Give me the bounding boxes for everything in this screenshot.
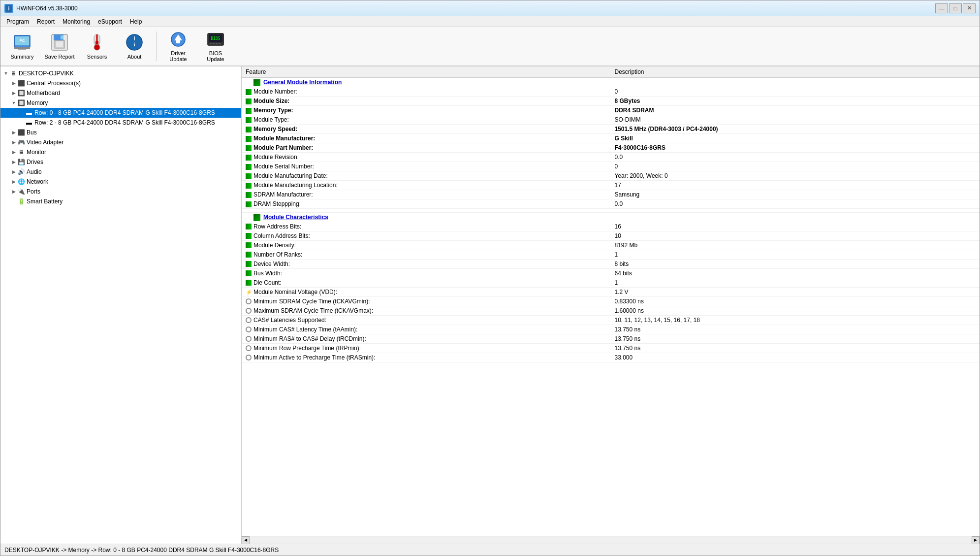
description-cell: G Skill — [611, 133, 980, 143]
description-cell: 13.750 ns — [611, 325, 980, 334]
menu-esupport[interactable]: eSupport — [94, 17, 126, 26]
menu-monitoring[interactable]: Monitoring — [59, 17, 94, 26]
save-report-button[interactable]: Save Report — [42, 30, 77, 63]
table-row[interactable]: Module Manufacturer:G Skill — [242, 133, 980, 143]
table-row[interactable]: Module Revision:0.0 — [242, 152, 980, 162]
feature-cell: Memory Type: — [242, 105, 611, 115]
table-row[interactable]: Module Number:0 — [242, 87, 980, 97]
scroll-track[interactable] — [250, 536, 972, 544]
tree-expand-root[interactable]: ▼ — [2, 70, 9, 77]
tree-item-audio[interactable]: ▶ 🔊 Audio — [0, 167, 241, 177]
table-row[interactable]: Module Type:SO-DIMM — [242, 115, 980, 124]
feature-text: Memory Speed: — [253, 126, 297, 132]
tree-expand-network[interactable]: ▶ — [10, 178, 17, 185]
tree-label-monitor: Monitor — [27, 149, 46, 156]
green-bar-icon — [246, 173, 252, 179]
green-bar-icon — [246, 145, 252, 151]
about-button[interactable]: i ℹ About — [117, 30, 152, 63]
feature-cell: Module Density: — [242, 240, 611, 250]
table-row[interactable]: Module Manufacturing Location:17 — [242, 180, 980, 190]
table-row[interactable]: Memory Speed:1501.5 MHz (DDR4-3003 / PC4… — [242, 124, 980, 133]
table-row[interactable]: Minimum Row Precharge Time (tRPmin):13.7… — [242, 343, 980, 353]
table-row[interactable]: Module Size:8 GBytes — [242, 96, 980, 105]
tree-expand-bus[interactable]: ▶ — [10, 129, 17, 136]
maximize-button[interactable]: □ — [949, 3, 962, 13]
table-row[interactable]: Minimum RAS# to CAS# Delay (tRCDmin):13.… — [242, 334, 980, 343]
close-button[interactable]: ✕ — [963, 3, 976, 13]
tree-item-drives[interactable]: ▶ 💾 Drives — [0, 157, 241, 167]
table-row[interactable]: Bus Width:64 bits — [242, 268, 980, 278]
minimize-button[interactable]: — — [935, 3, 948, 13]
feature-cell: SDRAM Manufacturer: — [242, 190, 611, 199]
tree-expand-memory[interactable]: ▼ — [10, 99, 17, 106]
feature-cell: Minimum RAS# to CAS# Delay (tRCDmin): — [242, 334, 611, 343]
summary-button[interactable]: PC Summary — [4, 30, 40, 63]
tree-item-row2[interactable]: ▶ ▬ Row: 2 - 8 GB PC4-24000 DDR4 SDRAM G… — [0, 118, 241, 128]
table-row[interactable]: Row Address Bits:16 — [242, 222, 980, 231]
table-row[interactable]: Module Serial Number:0 — [242, 162, 980, 171]
bios-update-button[interactable]: BIOS BIOS Update — [198, 30, 233, 63]
tree-item-ports[interactable]: ▶ 🔌 Ports — [0, 187, 241, 196]
tree-expand-drives[interactable]: ▶ — [10, 159, 17, 165]
tree-expand-monitor[interactable]: ▶ — [10, 149, 17, 156]
tree-expand-motherboard[interactable]: ▶ — [10, 90, 17, 97]
tree-root[interactable]: ▼ 🖥 DESKTOP-OJPVIKK — [0, 68, 241, 78]
feature-text: Module Part Number: — [253, 144, 313, 151]
table-row[interactable]: Minimum SDRAM Cycle Time (tCKAVGmin):0.8… — [242, 296, 980, 306]
tree-expand-audio[interactable]: ▶ — [10, 168, 17, 175]
tree-item-bus[interactable]: ▶ ⬛ Bus — [0, 128, 241, 137]
table-row[interactable]: Minimum Active to Precharge Time (tRASmi… — [242, 353, 980, 362]
feature-text: Module Manufacturing Location: — [253, 182, 338, 189]
description-cell: 0.83300 ns — [611, 296, 980, 306]
table-row[interactable]: Number Of Ranks:1 — [242, 250, 980, 259]
tree-panel[interactable]: ▼ 🖥 DESKTOP-OJPVIKK ▶ ⬛ Central Processo… — [0, 66, 242, 544]
green-bar-icon — [246, 252, 252, 258]
details-table-container[interactable]: Feature Description General Module Infor… — [242, 66, 980, 536]
feature-text: Module Serial Number: — [253, 163, 314, 170]
green-bar-icon — [246, 136, 252, 142]
driver-update-label: Driver Update — [163, 50, 193, 62]
feature-cell: CAS# Latencies Supported: — [242, 315, 611, 325]
table-row[interactable]: Module Part Number:F4-3000C16-8GRS — [242, 143, 980, 152]
scroll-right-button[interactable]: ▶ — [972, 536, 980, 544]
tree-item-battery[interactable]: ▶ 🔋 Smart Battery — [0, 196, 241, 206]
sensors-button[interactable]: Sensors — [79, 30, 115, 63]
tree-item-motherboard[interactable]: ▶ 🔲 Motherboard — [0, 88, 241, 98]
table-row[interactable]: Module Density:8192 Mb — [242, 240, 980, 250]
tree-item-cpu[interactable]: ▶ ⬛ Central Processor(s) — [0, 78, 241, 88]
feature-text: Minimum RAS# to CAS# Delay (tRCDmin): — [253, 335, 366, 342]
table-row[interactable]: Module Manufacturing Date:Year: 2000, We… — [242, 171, 980, 180]
menu-report[interactable]: Report — [33, 17, 59, 26]
tree-item-network[interactable]: ▶ 🌐 Network — [0, 177, 241, 187]
table-row[interactable]: Device Width:8 bits — [242, 259, 980, 268]
tree-label-ports: Ports — [27, 188, 40, 195]
menu-help[interactable]: Help — [126, 17, 146, 26]
feature-text: SDRAM Manufacturer: — [253, 191, 313, 198]
table-row[interactable]: DRAM Steppping:0.0 — [242, 199, 980, 208]
sensors-icon — [88, 33, 106, 52]
feature-text: Bus Width: — [253, 270, 282, 277]
horizontal-scrollbar[interactable]: ◀ ▶ — [242, 536, 980, 544]
tree-item-memory[interactable]: ▼ 🔲 Memory — [0, 98, 241, 108]
tree-item-monitor[interactable]: ▶ 🖥 Monitor — [0, 147, 241, 157]
table-row[interactable]: ⚡Module Nominal Voltage (VDD):1.2 V — [242, 287, 980, 296]
table-row[interactable]: Column Address Bits:10 — [242, 231, 980, 240]
tree-item-video[interactable]: ▶ 🎮 Video Adapter — [0, 137, 241, 147]
table-row[interactable]: SDRAM Manufacturer:Samsung — [242, 190, 980, 199]
scroll-left-button[interactable]: ◀ — [242, 536, 250, 544]
table-row[interactable]: Memory Type:DDR4 SDRAM — [242, 105, 980, 115]
feature-text: Number Of Ranks: — [253, 251, 302, 258]
tree-expand-cpu[interactable]: ▶ — [10, 80, 17, 87]
tree-item-row0[interactable]: ▶ ▬ Row: 0 - 8 GB PC4-24000 DDR4 SDRAM G… — [0, 108, 241, 118]
tree-expand-video[interactable]: ▶ — [10, 139, 17, 146]
table-row[interactable]: Die Count:1 — [242, 278, 980, 287]
circle-outline-icon — [246, 298, 252, 304]
table-row[interactable]: Maximum SDRAM Cycle Time (tCKAVGmax):1.6… — [242, 306, 980, 315]
driver-update-button[interactable]: Driver Update — [160, 30, 196, 63]
menu-program[interactable]: Program — [2, 17, 33, 26]
svg-text:i: i — [133, 35, 135, 42]
green-bar-icon — [246, 127, 252, 132]
tree-expand-ports[interactable]: ▶ — [10, 188, 17, 195]
table-row[interactable]: Minimum CAS# Latency Time (tAAmin):13.75… — [242, 325, 980, 334]
table-row[interactable]: CAS# Latencies Supported:10, 11, 12, 13,… — [242, 315, 980, 325]
